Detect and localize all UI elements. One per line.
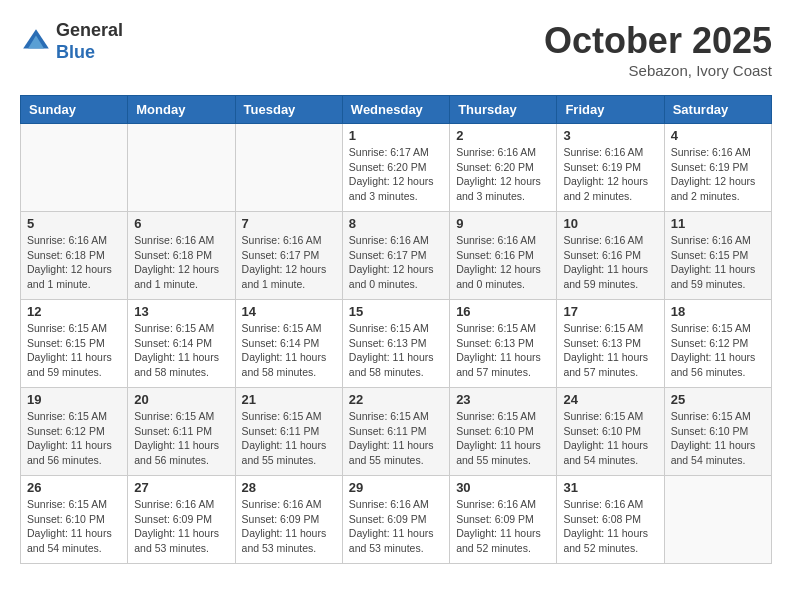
day-detail: Sunrise: 6:17 AM Sunset: 6:20 PM Dayligh…: [349, 145, 443, 204]
logo-text: General Blue: [56, 20, 123, 63]
calendar-cell: [128, 124, 235, 212]
calendar-cell: 27Sunrise: 6:16 AM Sunset: 6:09 PM Dayli…: [128, 476, 235, 564]
calendar-cell: 17Sunrise: 6:15 AM Sunset: 6:13 PM Dayli…: [557, 300, 664, 388]
page-header: General Blue October 2025 Sebazon, Ivory…: [20, 20, 772, 79]
calendar-cell: 21Sunrise: 6:15 AM Sunset: 6:11 PM Dayli…: [235, 388, 342, 476]
day-detail: Sunrise: 6:16 AM Sunset: 6:18 PM Dayligh…: [27, 233, 121, 292]
calendar-cell: 2Sunrise: 6:16 AM Sunset: 6:20 PM Daylig…: [450, 124, 557, 212]
day-number: 12: [27, 304, 121, 319]
day-detail: Sunrise: 6:15 AM Sunset: 6:11 PM Dayligh…: [134, 409, 228, 468]
calendar-cell: [21, 124, 128, 212]
calendar-cell: 1Sunrise: 6:17 AM Sunset: 6:20 PM Daylig…: [342, 124, 449, 212]
weekday-header-friday: Friday: [557, 96, 664, 124]
day-detail: Sunrise: 6:16 AM Sunset: 6:09 PM Dayligh…: [349, 497, 443, 556]
day-number: 19: [27, 392, 121, 407]
day-number: 13: [134, 304, 228, 319]
day-number: 16: [456, 304, 550, 319]
week-row-4: 26Sunrise: 6:15 AM Sunset: 6:10 PM Dayli…: [21, 476, 772, 564]
calendar-cell: 20Sunrise: 6:15 AM Sunset: 6:11 PM Dayli…: [128, 388, 235, 476]
day-detail: Sunrise: 6:15 AM Sunset: 6:10 PM Dayligh…: [27, 497, 121, 556]
day-number: 14: [242, 304, 336, 319]
logo: General Blue: [20, 20, 123, 63]
day-detail: Sunrise: 6:16 AM Sunset: 6:08 PM Dayligh…: [563, 497, 657, 556]
calendar-cell: 13Sunrise: 6:15 AM Sunset: 6:14 PM Dayli…: [128, 300, 235, 388]
calendar-cell: 15Sunrise: 6:15 AM Sunset: 6:13 PM Dayli…: [342, 300, 449, 388]
calendar-cell: 5Sunrise: 6:16 AM Sunset: 6:18 PM Daylig…: [21, 212, 128, 300]
calendar-cell: 30Sunrise: 6:16 AM Sunset: 6:09 PM Dayli…: [450, 476, 557, 564]
day-detail: Sunrise: 6:15 AM Sunset: 6:10 PM Dayligh…: [563, 409, 657, 468]
calendar-cell: 29Sunrise: 6:16 AM Sunset: 6:09 PM Dayli…: [342, 476, 449, 564]
day-number: 6: [134, 216, 228, 231]
calendar-cell: 3Sunrise: 6:16 AM Sunset: 6:19 PM Daylig…: [557, 124, 664, 212]
calendar-cell: [664, 476, 771, 564]
day-number: 26: [27, 480, 121, 495]
calendar-cell: 28Sunrise: 6:16 AM Sunset: 6:09 PM Dayli…: [235, 476, 342, 564]
day-detail: Sunrise: 6:16 AM Sunset: 6:19 PM Dayligh…: [563, 145, 657, 204]
weekday-header-wednesday: Wednesday: [342, 96, 449, 124]
day-number: 18: [671, 304, 765, 319]
weekday-header-tuesday: Tuesday: [235, 96, 342, 124]
day-detail: Sunrise: 6:15 AM Sunset: 6:13 PM Dayligh…: [563, 321, 657, 380]
day-number: 25: [671, 392, 765, 407]
day-number: 15: [349, 304, 443, 319]
calendar-cell: [235, 124, 342, 212]
day-number: 31: [563, 480, 657, 495]
day-detail: Sunrise: 6:15 AM Sunset: 6:13 PM Dayligh…: [456, 321, 550, 380]
calendar-cell: 10Sunrise: 6:16 AM Sunset: 6:16 PM Dayli…: [557, 212, 664, 300]
day-number: 21: [242, 392, 336, 407]
day-number: 24: [563, 392, 657, 407]
calendar-cell: 11Sunrise: 6:16 AM Sunset: 6:15 PM Dayli…: [664, 212, 771, 300]
title-block: October 2025 Sebazon, Ivory Coast: [544, 20, 772, 79]
day-detail: Sunrise: 6:15 AM Sunset: 6:11 PM Dayligh…: [242, 409, 336, 468]
weekday-header-saturday: Saturday: [664, 96, 771, 124]
day-detail: Sunrise: 6:16 AM Sunset: 6:16 PM Dayligh…: [563, 233, 657, 292]
logo-icon: [20, 26, 52, 58]
weekday-header-sunday: Sunday: [21, 96, 128, 124]
day-detail: Sunrise: 6:16 AM Sunset: 6:09 PM Dayligh…: [242, 497, 336, 556]
day-detail: Sunrise: 6:15 AM Sunset: 6:14 PM Dayligh…: [134, 321, 228, 380]
calendar-cell: 6Sunrise: 6:16 AM Sunset: 6:18 PM Daylig…: [128, 212, 235, 300]
day-detail: Sunrise: 6:15 AM Sunset: 6:11 PM Dayligh…: [349, 409, 443, 468]
day-detail: Sunrise: 6:16 AM Sunset: 6:15 PM Dayligh…: [671, 233, 765, 292]
calendar-cell: 18Sunrise: 6:15 AM Sunset: 6:12 PM Dayli…: [664, 300, 771, 388]
calendar-cell: 16Sunrise: 6:15 AM Sunset: 6:13 PM Dayli…: [450, 300, 557, 388]
day-number: 23: [456, 392, 550, 407]
day-number: 7: [242, 216, 336, 231]
weekday-header-monday: Monday: [128, 96, 235, 124]
day-detail: Sunrise: 6:15 AM Sunset: 6:13 PM Dayligh…: [349, 321, 443, 380]
week-row-0: 1Sunrise: 6:17 AM Sunset: 6:20 PM Daylig…: [21, 124, 772, 212]
day-number: 8: [349, 216, 443, 231]
calendar-cell: 23Sunrise: 6:15 AM Sunset: 6:10 PM Dayli…: [450, 388, 557, 476]
month-title: October 2025: [544, 20, 772, 62]
calendar-cell: 31Sunrise: 6:16 AM Sunset: 6:08 PM Dayli…: [557, 476, 664, 564]
calendar-cell: 4Sunrise: 6:16 AM Sunset: 6:19 PM Daylig…: [664, 124, 771, 212]
day-number: 11: [671, 216, 765, 231]
calendar-cell: 7Sunrise: 6:16 AM Sunset: 6:17 PM Daylig…: [235, 212, 342, 300]
location-subtitle: Sebazon, Ivory Coast: [544, 62, 772, 79]
day-detail: Sunrise: 6:16 AM Sunset: 6:19 PM Dayligh…: [671, 145, 765, 204]
calendar-cell: 22Sunrise: 6:15 AM Sunset: 6:11 PM Dayli…: [342, 388, 449, 476]
day-number: 20: [134, 392, 228, 407]
day-number: 22: [349, 392, 443, 407]
calendar-cell: 26Sunrise: 6:15 AM Sunset: 6:10 PM Dayli…: [21, 476, 128, 564]
day-number: 4: [671, 128, 765, 143]
day-number: 2: [456, 128, 550, 143]
day-detail: Sunrise: 6:16 AM Sunset: 6:17 PM Dayligh…: [242, 233, 336, 292]
day-number: 9: [456, 216, 550, 231]
calendar-cell: 12Sunrise: 6:15 AM Sunset: 6:15 PM Dayli…: [21, 300, 128, 388]
calendar-cell: 24Sunrise: 6:15 AM Sunset: 6:10 PM Dayli…: [557, 388, 664, 476]
calendar-table: SundayMondayTuesdayWednesdayThursdayFrid…: [20, 95, 772, 564]
calendar-cell: 14Sunrise: 6:15 AM Sunset: 6:14 PM Dayli…: [235, 300, 342, 388]
day-number: 1: [349, 128, 443, 143]
calendar-cell: 25Sunrise: 6:15 AM Sunset: 6:10 PM Dayli…: [664, 388, 771, 476]
day-number: 3: [563, 128, 657, 143]
day-detail: Sunrise: 6:16 AM Sunset: 6:16 PM Dayligh…: [456, 233, 550, 292]
day-number: 29: [349, 480, 443, 495]
calendar-cell: 9Sunrise: 6:16 AM Sunset: 6:16 PM Daylig…: [450, 212, 557, 300]
week-row-1: 5Sunrise: 6:16 AM Sunset: 6:18 PM Daylig…: [21, 212, 772, 300]
day-detail: Sunrise: 6:16 AM Sunset: 6:17 PM Dayligh…: [349, 233, 443, 292]
day-detail: Sunrise: 6:16 AM Sunset: 6:18 PM Dayligh…: [134, 233, 228, 292]
day-number: 10: [563, 216, 657, 231]
day-detail: Sunrise: 6:16 AM Sunset: 6:09 PM Dayligh…: [134, 497, 228, 556]
week-row-2: 12Sunrise: 6:15 AM Sunset: 6:15 PM Dayli…: [21, 300, 772, 388]
